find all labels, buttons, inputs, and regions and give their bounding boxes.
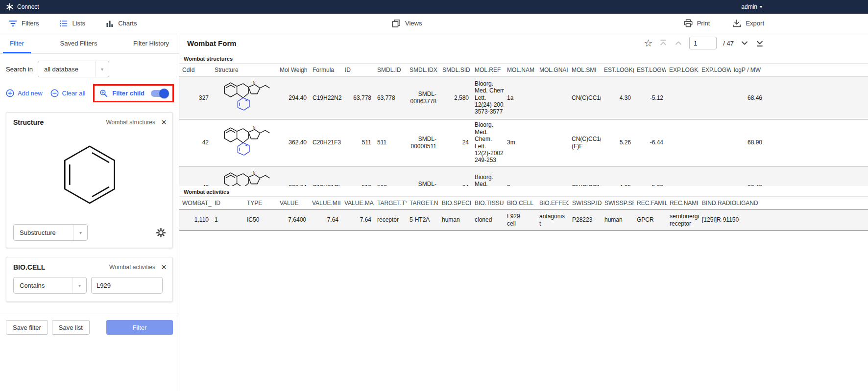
table-cell[interactable]: 63,778: [374, 76, 407, 119]
table-cell[interactable]: SMDL- 00000511: [407, 119, 439, 166]
column-header[interactable]: CdId: [179, 64, 212, 76]
table-cell[interactable]: [666, 76, 699, 119]
column-header[interactable]: REC.FAMIL: [634, 197, 667, 209]
table-cell[interactable]: [699, 119, 731, 166]
print-button[interactable]: Print: [684, 19, 710, 27]
structure-cell[interactable]: N: [212, 76, 277, 119]
table-cell[interactable]: [699, 166, 731, 186]
table-cell[interactable]: [765, 209, 868, 231]
column-header[interactable]: EST.LOGK(: [601, 64, 634, 76]
structure-settings-button[interactable]: [156, 228, 166, 237]
table-cell[interactable]: 4.05: [601, 166, 634, 186]
save-list-button[interactable]: Save list: [52, 320, 90, 335]
table-cell[interactable]: -5.12: [634, 76, 666, 119]
table-cell[interactable]: CN(C)CC1(: [569, 166, 601, 186]
table-cell[interactable]: 68.46: [731, 76, 765, 119]
export-button[interactable]: Export: [732, 19, 764, 27]
table-cell[interactable]: [699, 76, 731, 119]
column-header[interactable]: WOMBAT_: [179, 197, 212, 209]
column-header[interactable]: MOL.GNAI: [536, 64, 569, 76]
table-row[interactable]: 1,1101IC507.64007.647.64receptor5-HT2Ahu…: [179, 209, 868, 231]
table-cell[interactable]: 511: [342, 119, 374, 166]
table-cell[interactable]: 1a: [504, 76, 536, 119]
column-header[interactable]: ID: [212, 197, 244, 209]
column-header[interactable]: BIO.TISSUI: [472, 197, 504, 209]
biocell-operator-select[interactable]: Contains ▾: [13, 277, 87, 294]
biocell-value-input[interactable]: [91, 277, 163, 294]
table-cell[interactable]: C19H21Cl: [310, 166, 342, 186]
table-cell[interactable]: 3m: [504, 119, 536, 166]
column-header[interactable]: VALUE.MII: [309, 197, 341, 209]
table-cell[interactable]: 5-HT2A: [407, 209, 439, 231]
table-cell[interactable]: [536, 76, 569, 119]
table-cell[interactable]: CN(C)CC1( (F)F: [569, 119, 601, 166]
table-cell[interactable]: 24: [439, 166, 472, 186]
structure-cell[interactable]: N: [212, 166, 277, 186]
column-header[interactable]: REC.NAMI: [667, 197, 699, 209]
save-filter-button[interactable]: Save filter: [6, 320, 48, 335]
clear-all-button[interactable]: Clear all: [50, 89, 86, 97]
tab-filter-history[interactable]: Filter History: [126, 33, 176, 53]
table-cell[interactable]: 5.26: [601, 119, 634, 166]
column-header[interactable]: SWISSP.SF: [602, 197, 634, 209]
table-cell[interactable]: GPCR: [634, 209, 667, 231]
table-row[interactable]: 42N362.40C20H21F3511511SMDL- 0000051124B…: [179, 119, 868, 166]
structure-editor-area[interactable]: [6, 129, 172, 220]
column-header[interactable]: TARGET.N: [407, 197, 439, 209]
table-cell[interactable]: 42: [179, 119, 212, 166]
table-cell[interactable]: 327: [179, 76, 212, 119]
column-header[interactable]: SMDL.SID: [439, 64, 472, 76]
column-header[interactable]: SMDL.IDX: [407, 64, 439, 76]
table-cell[interactable]: -5.02: [634, 166, 666, 186]
table-cell[interactable]: 66.48: [731, 166, 765, 186]
user-menu[interactable]: admin ▾: [741, 3, 762, 10]
previous-record-icon[interactable]: [674, 39, 683, 47]
page-list-chevron-icon[interactable]: [740, 39, 749, 47]
table-cell[interactable]: [536, 166, 569, 186]
filters-button[interactable]: Filters: [9, 20, 39, 27]
table-cell[interactable]: 328.84: [277, 166, 310, 186]
tab-filter[interactable]: Filter: [3, 33, 31, 53]
column-header[interactable]: TYPE: [244, 197, 277, 209]
table-cell[interactable]: human: [439, 209, 472, 231]
column-header[interactable]: Mol Weigh: [277, 64, 310, 76]
filter-child-toggle[interactable]: [151, 90, 168, 97]
table-cell[interactable]: C19H22N2: [310, 76, 342, 119]
tab-saved-filters[interactable]: Saved Filters: [53, 33, 104, 53]
column-header[interactable]: VALUE: [277, 197, 309, 209]
table-row[interactable]: 327N294.40C19H22N263,77863,778SMDL- 0006…: [179, 76, 868, 119]
table-cell[interactable]: CN(C)CC1(: [569, 76, 601, 119]
last-record-icon[interactable]: [755, 39, 764, 47]
table-row[interactable]: 43N328.84C19H21Cl512512SMDL- 0000051224B…: [179, 166, 868, 186]
column-header[interactable]: SWISSP.ID: [569, 197, 602, 209]
column-header[interactable]: MOL.NAM: [504, 64, 536, 76]
column-header[interactable]: BIO.EFFEC: [536, 197, 569, 209]
table-cell[interactable]: [765, 166, 868, 186]
table-cell[interactable]: 362.40: [277, 119, 310, 166]
structure-mode-select[interactable]: Substructure ▾: [13, 224, 88, 241]
database-select[interactable]: all database ▾: [38, 61, 109, 77]
column-header[interactable]: EXP.LOGW: [699, 64, 731, 76]
column-header[interactable]: BIO.CELL: [504, 197, 536, 209]
page-number-input[interactable]: [689, 37, 717, 49]
table-cell[interactable]: 24: [439, 119, 472, 166]
structure-cell[interactable]: N: [212, 119, 277, 166]
close-icon[interactable]: ×: [161, 119, 167, 126]
table-cell[interactable]: 4.30: [601, 76, 634, 119]
table-cell[interactable]: 294.40: [277, 76, 310, 119]
filter-child-label[interactable]: Filter child: [112, 90, 145, 97]
table-cell[interactable]: 3n: [504, 166, 536, 186]
table-cell[interactable]: Bioorg. Med. Chem. Lett. 12(2)-2002 249-…: [472, 119, 504, 166]
table-cell[interactable]: 7.6400: [277, 209, 309, 231]
table-cell[interactable]: 68.90: [731, 119, 765, 166]
column-header[interactable]: BIO.SPECI: [439, 197, 472, 209]
column-header[interactable]: MOL.SMI: [569, 64, 601, 76]
column-header[interactable]: BIND.RADIOLIGAND: [699, 197, 765, 209]
table-cell[interactable]: cloned: [472, 209, 504, 231]
table-cell[interactable]: 512: [374, 166, 407, 186]
table-cell[interactable]: -6.44: [634, 119, 666, 166]
table-cell[interactable]: 1: [212, 209, 244, 231]
column-header[interactable]: TARGET.TY: [374, 197, 407, 209]
table-cell[interactable]: [765, 119, 868, 166]
table-cell[interactable]: 2,580: [439, 76, 472, 119]
